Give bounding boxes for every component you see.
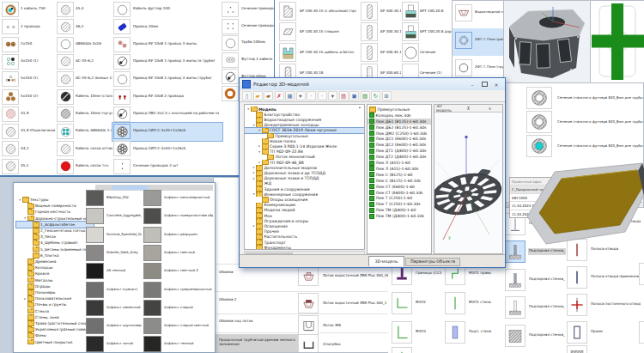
tree-item[interactable]: Горная местность (16, 209, 94, 215)
texture-thumb[interactable] (143, 245, 161, 261)
file-list-item[interactable]: Люк ДБ2 (В125)-1-60.3ds (368, 125, 432, 131)
bullet-2-icon[interactable]: · (318, 91, 327, 100)
fit-view-icon[interactable]: ▣ (349, 91, 359, 100)
tree-item[interactable]: Кровля (16, 271, 94, 277)
crossr-icon[interactable] (567, 294, 587, 316)
tree-item[interactable]: 5_Бетоны (каменные поверхн) (16, 246, 94, 253)
tree-item[interactable]: ▸Пользовательские (16, 295, 94, 301)
tree-item[interactable]: Металлы (16, 277, 94, 283)
texture-thumb[interactable] (143, 336, 161, 352)
file-list-item[interactable]: Люк ДТ2 (Д400)-1-60.3ds (368, 154, 432, 160)
gcut-icon[interactable] (639, 263, 644, 285)
texture-thumb[interactable] (143, 300, 161, 316)
tree-item[interactable]: Цветные покрытия (16, 339, 94, 345)
chevron-down-icon[interactable]: ▾ (23, 216, 27, 220)
file-list-item[interactable]: Люк СТ (Е600)-1-60.3ds (368, 190, 432, 196)
tree-item[interactable]: Укрепления (разные поверхности) (16, 326, 94, 332)
texture-thumb[interactable] (86, 282, 104, 298)
rectb-icon[interactable] (445, 321, 465, 344)
file-list-item[interactable]: Люк Л (А15)-1-60.3ds (368, 166, 432, 172)
maximize-icon[interactable] (478, 79, 490, 89)
texture-thumb[interactable] (86, 300, 104, 316)
tree-item[interactable]: 4_Щебень (гравий) (16, 240, 94, 246)
texture-thumb[interactable] (86, 190, 104, 206)
tab-object-params[interactable]: Параметры Объекта (405, 258, 460, 267)
hsq-icon[interactable] (505, 325, 526, 347)
vgreen-icon[interactable] (445, 292, 465, 314)
lgr-icon[interactable] (392, 292, 412, 314)
texture-thumb[interactable] (86, 263, 104, 279)
tree-item[interactable]: 3_Песок (16, 234, 94, 240)
recto-icon[interactable] (567, 321, 587, 344)
texture-thumb[interactable] (143, 190, 161, 206)
file-list-item[interactable]: Люк ДБ1 (В125)-1-60.3ds (368, 119, 432, 125)
chevron-down-icon[interactable]: ▾ (258, 150, 262, 154)
texture-thumb[interactable] (143, 208, 161, 224)
texture-thumb[interactable] (86, 208, 104, 224)
texture-thumb[interactable] (86, 318, 104, 334)
chevron-down-icon[interactable]: ▾ (18, 198, 22, 202)
texture-thumb[interactable] (143, 282, 161, 298)
delete-icon[interactable]: ✗ (275, 91, 284, 100)
lgr2-icon[interactable] (392, 321, 412, 344)
file-list-item[interactable]: Люк Л (А15)-1-60 (368, 160, 432, 166)
dropdown-1-icon[interactable]: ▾ (296, 91, 306, 100)
file-list-item[interactable]: Люк ДС2 (Е600)-1-60.3ds (368, 142, 432, 148)
texture-thumb[interactable] (86, 227, 104, 243)
tree-item[interactable]: Ограды (16, 283, 94, 289)
tree-item[interactable]: Трава (растительный слой, газон) (16, 320, 94, 326)
grid-icon[interactable]: ⊞ (382, 91, 392, 100)
file-list-item[interactable]: Люк Т (С250)-1-60.3ds (368, 201, 432, 207)
columns-icon[interactable]: ▥ (339, 91, 349, 100)
tree-item[interactable]: 6_Плитка (16, 253, 94, 259)
tree-item[interactable]: 1_Асфальтобетон (16, 222, 94, 228)
tree-item[interactable]: Колодцы (16, 265, 94, 271)
viewport-3d[interactable]: 3D модель ⊼ × y (434, 104, 503, 254)
view-list-icon[interactable]: ▦ (285, 91, 295, 100)
tree-item[interactable]: Древесина (16, 259, 94, 265)
chevron-right-icon[interactable]: ▸ (23, 297, 27, 301)
vgreen-icon[interactable] (392, 347, 412, 353)
texture-thumb[interactable] (86, 336, 104, 352)
tree-item[interactable]: Полимеры (16, 289, 94, 295)
close-icon[interactable]: × (490, 79, 502, 89)
tree-item[interactable]: ▾Дорожно-строительные материалы (16, 216, 94, 222)
tree-item[interactable]: Фундаменты (245, 245, 365, 250)
texture-thumb[interactable] (143, 263, 161, 279)
tree-item[interactable]: Почвы и грунты (16, 301, 94, 307)
file-list-item[interactable]: Люк ТМ (Д400)-1-60.3ds (368, 213, 432, 219)
file-list-item[interactable]: Люк С (В125)-1-60 (368, 172, 432, 178)
walldot-icon[interactable] (505, 296, 526, 319)
close-icon[interactable]: × (479, 107, 501, 111)
chevron-down-icon[interactable]: ▾ (246, 107, 251, 111)
tree-item[interactable]: Водные поверхности (16, 203, 94, 209)
file-list-item[interactable]: Прямоугольные (368, 107, 432, 113)
chevron-right-icon[interactable]: ▸ (258, 144, 262, 148)
file-list-item[interactable]: Люк ДМ2 (С250)-1-60.3ds (368, 131, 432, 137)
scroll-up-icon[interactable]: ▴ (359, 106, 364, 110)
pin-icon[interactable]: ⊼ (458, 107, 479, 111)
file-list-item[interactable]: Люк С (В125)-1-60.3ds (368, 178, 432, 184)
texture-thumb[interactable] (143, 227, 161, 243)
dropdown-2-icon[interactable]: ▾ (328, 91, 337, 100)
open-folder-icon[interactable]: ▰ (253, 91, 263, 100)
file-list-item[interactable]: Люк Т (С250)-1-60 (368, 196, 432, 202)
vnavy-icon[interactable] (567, 266, 587, 289)
bullet-1-icon[interactable]: · (307, 91, 316, 100)
minimize-icon[interactable]: – (466, 79, 478, 89)
rotate-icon[interactable]: ↻ (371, 91, 380, 100)
tab-3d-model[interactable]: 3D-модель (368, 256, 404, 266)
tree-item[interactable]: 2_Геосинтетика (сетки, решетки) (16, 228, 94, 234)
tree-item[interactable]: ▾Текстуры (16, 197, 94, 203)
texture-thumb[interactable] (143, 318, 161, 334)
material-icon[interactable]: ▨ (361, 91, 370, 100)
editor-titlebar[interactable]: Редактор 3D-моделей – × (240, 78, 505, 90)
save-icon[interactable]: ▰ (264, 91, 273, 100)
file-list-item[interactable]: Люк СТ (Е600)-1-60 (368, 184, 432, 190)
hsq-icon[interactable] (567, 345, 587, 353)
chevron-down-icon[interactable]: ▾ (258, 129, 262, 132)
wallt-icon[interactable] (505, 269, 526, 291)
tree-item[interactable]: Стекло (16, 308, 94, 314)
tree-item[interactable]: Стены, окна (16, 314, 94, 320)
texture-thumb[interactable] (86, 245, 104, 261)
